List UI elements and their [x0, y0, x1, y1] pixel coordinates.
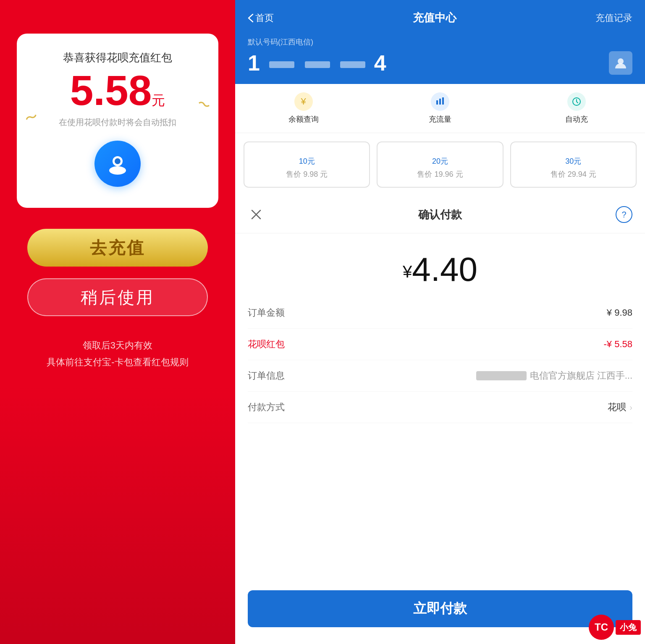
payment-modal: 确认付款 ? ¥4.40 订单金额 ¥ 9.98 花呗红包 -¥ 5.58	[235, 196, 645, 644]
svg-point-3	[618, 58, 624, 64]
right-panel: 首页 充值中心 充值记录 默认号码(江西电信) 1 4	[235, 0, 645, 644]
pkg-price-10: 售价 9.98 元	[286, 169, 328, 179]
avatar-icon	[614, 57, 627, 69]
phone-blur-1	[269, 61, 294, 68]
pkg-amount-30: 30元	[565, 150, 581, 168]
order-row-amount: 订单金额 ¥ 9.98	[248, 297, 632, 329]
pay-amount-number: 4.40	[412, 251, 477, 288]
svg-rect-5	[439, 99, 441, 105]
package-card-30[interactable]: 30元 售价 29.94 元	[510, 141, 637, 188]
quick-actions: ¥ 余额查询 充流量 自动充	[235, 84, 645, 133]
red-envelope-amount: 5.58	[70, 69, 152, 111]
phone-section: 默认号码(江西电信) 1 4	[235, 34, 645, 84]
nav-bar: 首页 充值中心 充值记录	[235, 0, 645, 34]
bottom-note: 领取后3天内有效 具体前往支付宝-卡包查看红包规则	[47, 337, 188, 370]
payment-method-selector[interactable]: 花呗 ›	[608, 401, 632, 414]
pkg-price-20: 售价 19.96 元	[417, 169, 463, 179]
order-details: 订单金额 ¥ 9.98 花呗红包 -¥ 5.58 订单信息 电信官方旗舰店 江西…	[235, 297, 645, 582]
modal-close-button[interactable]	[248, 206, 265, 223]
package-card-20[interactable]: 20元 售价 19.96 元	[377, 141, 503, 188]
svg-point-2	[115, 158, 121, 164]
red-envelope-card: 〜 〜 恭喜获得花呗充值红包 5.58 元 在使用花呗付款时将会自动抵扣	[17, 34, 218, 208]
payment-amount-value: ¥4.40	[235, 250, 645, 289]
modal-header: 确认付款 ?	[235, 196, 645, 233]
back-chevron-icon	[248, 13, 254, 23]
auto-label: 自动充	[565, 114, 588, 124]
phone-label: 默认号码(江西电信)	[248, 37, 632, 47]
balance-icon: ¥	[294, 92, 313, 111]
use-later-button[interactable]: 稍后使用	[27, 278, 208, 316]
auto-icon	[567, 92, 586, 111]
left-panel: 〜 〜 恭喜获得花呗充值红包 5.58 元 在使用花呗付款时将会自动抵扣 去充值…	[0, 0, 235, 644]
note-line2: 具体前往支付宝-卡包查看红包规则	[47, 354, 188, 371]
svg-rect-4	[436, 100, 438, 105]
data-icon	[431, 92, 449, 111]
data-bars-icon	[435, 97, 445, 106]
huabei-label: 花呗红包	[248, 338, 285, 351]
confetti-left-decoration: 〜	[23, 107, 40, 128]
phone-blur-2	[305, 61, 330, 68]
payment-amount-section: ¥4.40	[235, 233, 645, 297]
auto-refresh-icon	[572, 97, 581, 106]
nav-right-label[interactable]: 充值记录	[595, 12, 632, 24]
order-info-label: 订单信息	[248, 369, 285, 382]
phone-blur-3	[340, 61, 365, 68]
confetti-right-decoration: 〜	[195, 95, 212, 115]
watermark: TC 小兔	[589, 615, 641, 640]
phone-avatar[interactable]	[609, 51, 632, 75]
svg-point-1	[109, 166, 126, 175]
go-recharge-button[interactable]: 去充值	[27, 229, 208, 267]
yuan-unit: 元	[152, 92, 165, 110]
pkg-amount-10: 10元	[299, 150, 315, 168]
huabei-logo-icon	[105, 151, 130, 176]
pkg-price-30: 售价 29.94 元	[551, 169, 596, 179]
order-info-value: 电信官方旗舰店 江西手...	[476, 369, 632, 382]
amount-row: 5.58 元	[70, 69, 165, 113]
package-cards: 10元 售价 9.98 元 20元 售价 19.96 元 30元 售价 29.9…	[235, 133, 645, 196]
modal-title: 确认付款	[418, 207, 462, 222]
currency-symbol: ¥	[403, 262, 412, 281]
card-title: 恭喜获得花呗充值红包	[63, 50, 172, 65]
payment-method-name: 花呗	[608, 401, 626, 414]
watermark-logo: TC	[589, 615, 614, 640]
pay-now-button[interactable]: 立即付款	[248, 590, 632, 627]
huabei-logo	[94, 141, 141, 187]
modal-help-button[interactable]: ?	[616, 206, 632, 223]
order-row-huabei: 花呗红包 -¥ 5.58	[248, 329, 632, 360]
svg-rect-6	[442, 97, 444, 105]
order-info-blur	[476, 371, 527, 380]
nav-back-button[interactable]: 首页	[248, 12, 274, 24]
nav-title: 充值中心	[413, 10, 456, 25]
card-subtitle: 在使用花呗付款时将会自动抵扣	[59, 117, 176, 128]
phone-number: 1 4	[248, 50, 387, 76]
pkg-amount-20: 20元	[432, 150, 448, 168]
huabei-discount-value: -¥ 5.58	[604, 339, 633, 350]
data-label: 充流量	[429, 114, 451, 124]
order-amount-label: 订单金额	[248, 306, 285, 319]
balance-label: 余额查询	[288, 114, 319, 124]
watermark-label: 小兔	[616, 620, 641, 635]
payment-method-label: 付款方式	[248, 401, 285, 414]
note-line1: 领取后3天内有效	[47, 337, 188, 354]
quick-action-data[interactable]: 充流量	[372, 92, 508, 124]
order-amount-value: ¥ 9.98	[607, 307, 632, 318]
nav-back-label: 首页	[255, 12, 274, 24]
quick-action-auto[interactable]: 自动充	[509, 92, 645, 124]
close-icon	[250, 209, 262, 220]
order-row-info: 订单信息 电信官方旗舰店 江西手...	[248, 360, 632, 392]
package-card-10[interactable]: 10元 售价 9.98 元	[244, 141, 370, 188]
pay-button-area: 立即付款 TC 小兔	[235, 582, 645, 644]
chevron-right-icon: ›	[629, 403, 632, 412]
quick-action-balance[interactable]: ¥ 余额查询	[235, 92, 372, 124]
phone-number-row: 1 4	[248, 50, 632, 76]
order-row-payment-method[interactable]: 付款方式 花呗 ›	[248, 392, 632, 423]
